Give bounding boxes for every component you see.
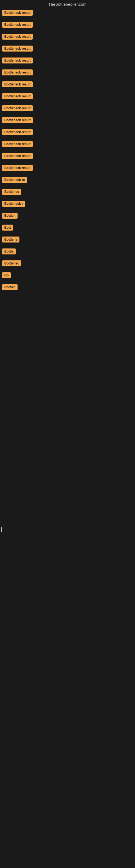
bottleneck-badge[interactable]: Bottlens	[2, 237, 19, 243]
bottleneck-item[interactable]: Bottleneck result	[1, 141, 134, 148]
content-area: Bottleneck resultBottleneck resultBottle…	[0, 10, 135, 291]
bottleneck-badge[interactable]: Bo	[2, 272, 11, 278]
bottleneck-item[interactable]: Bottleneck result	[1, 153, 134, 160]
bottleneck-badge[interactable]: Bott	[2, 225, 13, 230]
cursor-line	[1, 527, 2, 532]
bottleneck-item[interactable]: Bottleneck result	[1, 93, 134, 100]
bottleneck-badge[interactable]: Bottleneck re	[2, 177, 27, 183]
bottleneck-badge[interactable]: Bottlenec	[2, 260, 21, 267]
bottleneck-badge[interactable]: Bottleneck r	[2, 201, 25, 207]
bottleneck-badge[interactable]: Bottleneck result	[2, 69, 33, 75]
bottleneck-item[interactable]: Bott	[1, 225, 134, 231]
bottleneck-item[interactable]: Bottleneck result	[1, 58, 134, 65]
bottleneck-badge[interactable]: Bottleneck result	[2, 22, 33, 28]
bottleneck-item[interactable]: Bottle	[1, 248, 134, 255]
bottleneck-item[interactable]: Bottlenec	[1, 260, 134, 268]
bottleneck-badge[interactable]: Bottleneck result	[2, 105, 33, 111]
bottleneck-item[interactable]: Bottleneck r	[1, 201, 134, 208]
bottleneck-item[interactable]: Bottleneck result	[1, 165, 134, 172]
bottleneck-item[interactable]: Bottleneck result	[1, 129, 134, 136]
bottleneck-badge[interactable]: Bottle	[2, 248, 16, 254]
bottleneck-badge[interactable]: Bottlen	[2, 284, 17, 290]
bottleneck-item[interactable]: Bottleneck result	[1, 22, 134, 29]
bottleneck-badge[interactable]: Bottleneck result	[2, 117, 33, 123]
bottleneck-item[interactable]: Bottleneck result	[1, 117, 134, 124]
bottleneck-item[interactable]: Bottleneck result	[1, 82, 134, 88]
bottleneck-badge[interactable]: Bottleneck result	[2, 58, 33, 63]
bottleneck-badge[interactable]: Bottleneck result	[2, 82, 33, 87]
bottleneck-item[interactable]: Bottlen	[1, 284, 134, 291]
bottleneck-item[interactable]: Bottlenec	[1, 189, 134, 196]
bottleneck-item[interactable]: Bo	[1, 272, 134, 279]
bottleneck-badge[interactable]: Bottleneck result	[2, 129, 33, 135]
bottleneck-badge[interactable]: Bottleneck result	[2, 45, 33, 52]
bottleneck-item[interactable]: Bottlen	[1, 213, 134, 220]
bottleneck-item[interactable]: Bottleneck result	[1, 105, 134, 112]
bottleneck-item[interactable]: Bottlens	[1, 237, 134, 244]
bottom-area	[0, 296, 135, 622]
site-title: TheBottlenecker.com	[0, 0, 135, 10]
bottleneck-item[interactable]: Bottleneck result	[1, 10, 134, 17]
bottleneck-item[interactable]: Bottleneck result	[1, 45, 134, 53]
bottleneck-badge[interactable]: Bottlenec	[2, 189, 21, 195]
bottleneck-badge[interactable]: Bottleneck result	[2, 165, 33, 171]
bottleneck-badge[interactable]: Bottleneck result	[2, 141, 33, 147]
bottleneck-badge[interactable]: Bottleneck result	[2, 34, 33, 40]
bottleneck-badge[interactable]: Bottleneck result	[2, 93, 33, 99]
bottleneck-badge[interactable]: Bottleneck result	[2, 10, 33, 16]
bottleneck-item[interactable]: Bottleneck result	[1, 69, 134, 76]
bottleneck-item[interactable]: Bottleneck result	[1, 34, 134, 41]
bottleneck-item[interactable]: Bottleneck re	[1, 177, 134, 184]
page-container: TheBottlenecker.com Bottleneck resultBot…	[0, 0, 135, 622]
bottleneck-badge[interactable]: Bottlen	[2, 213, 17, 219]
bottleneck-badge[interactable]: Bottleneck result	[2, 153, 33, 159]
